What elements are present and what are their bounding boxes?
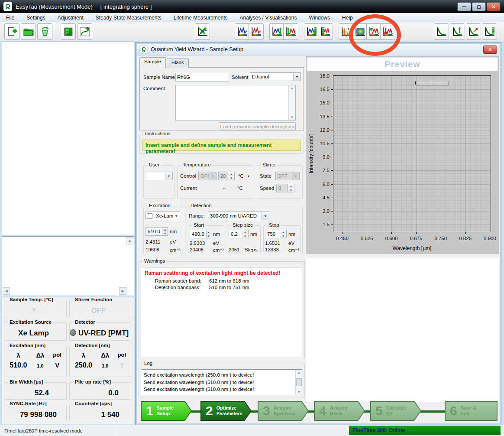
temperature-control-select[interactable]: OFF▼ — [198, 172, 216, 180]
excitation-wavelength-spinner[interactable]: 510.0 ▲▼ — [145, 227, 168, 236]
new-document-icon[interactable] — [4, 23, 19, 40]
emission-spectrum-scan-icon[interactable] — [283, 23, 298, 40]
spin-up-icon[interactable]: ▲ — [242, 230, 248, 234]
svg-text:Φ: Φ — [370, 27, 373, 32]
menu-lifetime[interactable]: Lifetime Measurements — [168, 14, 234, 22]
2d-map-icon[interactable] — [352, 23, 368, 40]
window-title: EasyTau (Measurement Mode) — [16, 3, 93, 10]
close-button[interactable]: ✕ — [487, 2, 501, 11]
delete-icon[interactable] — [37, 23, 52, 40]
excitation-source-value: Xe Lamp — [4, 329, 63, 338]
menu-steady-state[interactable]: Steady-State Measurements — [90, 14, 168, 22]
detection-stop-groupbox: Stop 750 ▲▼ nm 1.6531 eV 13333 cm⁻¹ — [263, 225, 300, 253]
scroll-down-icon[interactable]: ▼ — [291, 115, 294, 119]
quantum-yield-wizard-icon[interactable]: Φ — [366, 23, 381, 40]
excitation-source-select[interactable]: Xe-Lamp▼ — [145, 211, 180, 220]
stirrer-state-select[interactable]: OFF▼ — [275, 172, 300, 180]
toolbar: t Φ — [0, 22, 504, 41]
chevron-down-icon: ▼ — [293, 73, 300, 81]
temperature-unit-select[interactable]: °C▼ — [236, 172, 252, 180]
spin-up-icon[interactable]: ▲ — [288, 184, 294, 188]
load-previous-sample-button[interactable]: Load previous sample description — [219, 122, 296, 131]
excitation-wavenumber: 19608 — [145, 247, 159, 252]
menu-windows[interactable]: Windows — [303, 14, 336, 22]
detector-value: UV-RED [PMT] — [78, 329, 129, 337]
log-text-area[interactable]: Send excitation wavelength (250.0 nm ) t… — [141, 369, 303, 395]
spin-down-icon[interactable]: ▼ — [242, 234, 248, 238]
detection-range-select[interactable]: 300-900 nm UV-RED▼ — [208, 211, 269, 220]
solvent-select[interactable]: Ethanol▼ — [250, 72, 301, 81]
detection-pol: ? — [115, 362, 129, 369]
scroll-up-icon[interactable]: ▲ — [291, 86, 294, 90]
spin-down-icon[interactable]: ▼ — [162, 231, 168, 235]
scroll-up-icon[interactable]: ▲ — [297, 371, 301, 374]
sample-name-input[interactable] — [175, 73, 229, 81]
detection-delta: 1.0 — [96, 363, 115, 369]
spin-down-icon[interactable]: ▼ — [228, 176, 234, 180]
emission-spectrum-icon[interactable] — [249, 23, 264, 40]
minimize-button[interactable]: — — [457, 2, 471, 11]
scroll-down-icon[interactable]: ▼ — [297, 390, 301, 394]
edit-curve-icon[interactable] — [77, 23, 92, 40]
excitation-source-panel: Excitation Source Xe Lamp — [4, 322, 67, 341]
stirrer-speed-spinner[interactable]: 0 ▲▼ — [276, 184, 294, 192]
spin-up-icon[interactable]: ▲ — [162, 228, 168, 231]
decay-series-icon[interactable] — [482, 23, 497, 40]
scroll-right-icon[interactable]: ▶ — [119, 287, 126, 295]
detail-list-panel[interactable]: ▲ ◀ ▶ — [2, 236, 134, 296]
excitation-spectrum-icon[interactable] — [235, 23, 250, 40]
spin-down-icon[interactable]: ▼ — [288, 188, 294, 192]
detection-start-spinner[interactable]: 490.0 ▲▼ — [190, 230, 211, 238]
excitation-source-checkbox[interactable] — [147, 213, 152, 219]
tab-sample[interactable]: Sample — [139, 57, 166, 68]
scroll-left-icon[interactable]: ◀ — [3, 287, 10, 295]
tcspc-histogram-icon[interactable]: t — [339, 23, 354, 40]
menu-settings[interactable]: Settings — [20, 14, 51, 22]
step-2-optimize-parameters[interactable]: 2 OptimizeParameters — [200, 401, 252, 421]
decay-icon[interactable] — [434, 23, 449, 40]
chevron-down-icon: ▼ — [292, 172, 299, 180]
emission-spectrum-series-icon[interactable] — [318, 23, 333, 40]
excitation-spectrum-series-icon[interactable] — [304, 23, 319, 40]
menu-file[interactable]: File — [0, 14, 20, 22]
detection-stop-spinner[interactable]: 750 ▲▼ — [265, 230, 287, 238]
wizard-close-button[interactable]: ✕ — [483, 46, 497, 54]
comment-textarea[interactable]: ▲▼ — [175, 85, 296, 120]
spin-up-icon[interactable]: ▲ — [280, 230, 286, 234]
scroll-thumb[interactable] — [296, 378, 302, 386]
dock-panel-icon[interactable] — [61, 23, 76, 40]
scroll-up-icon[interactable]: ▲ — [126, 237, 133, 244]
spin-down-icon[interactable]: ▼ — [207, 234, 211, 238]
sample-setup-form: Sample Blank Sample Name Solvent Ethanol… — [139, 55, 306, 426]
anisotropy-decay-icon[interactable] — [466, 23, 481, 40]
decay-scan-icon[interactable] — [450, 23, 465, 40]
temperature-setpoint-spinner[interactable]: 20 ▲▼ — [218, 172, 235, 180]
excitation-spectrum-scan-icon[interactable] — [269, 23, 284, 40]
app-logo-icon — [3, 2, 12, 11]
menu-analyses[interactable]: Analyses / Visualisations — [234, 14, 303, 22]
stirrer-groupbox: Stirrer State OFF▼ Speed 0 ▲▼ — [257, 165, 303, 199]
tab-blank[interactable]: Blank — [167, 58, 189, 68]
spin-up-icon[interactable]: ▲ — [207, 230, 211, 234]
user-select[interactable]: ▼ — [146, 172, 173, 180]
measurement-list-panel[interactable] — [2, 42, 134, 235]
adjustment-tools-icon[interactable] — [195, 23, 210, 40]
open-folder-icon[interactable] — [21, 23, 36, 40]
log-line: Send excitation wavelength (250.0 nm ) t… — [144, 371, 294, 379]
detection-step-spinner[interactable]: 0.2 ▲▼ — [229, 230, 249, 238]
menu-adjustment[interactable]: Adjustment — [52, 14, 90, 22]
sync-rate-value: 79 998 080 — [20, 410, 57, 419]
bin-width-panel: Bin Width [µs] 52.4 — [4, 382, 67, 400]
maximize-button[interactable]: ▢ — [472, 2, 486, 11]
bin-width-value: 52.4 — [35, 389, 49, 397]
temperature-scan-icon[interactable] — [380, 23, 395, 40]
spin-up-icon[interactable]: ▲ — [228, 172, 234, 176]
detection-lambda: 250.0 — [71, 361, 96, 369]
menu-help[interactable]: Help — [336, 14, 359, 22]
chevron-down-icon: ▼ — [262, 212, 269, 220]
connection-status: FluoTime 300: Online — [349, 426, 501, 435]
log-scrollbar[interactable]: ▲ ▼ — [295, 370, 302, 395]
step-6-save-exit: 6 Save &Exit — [445, 401, 498, 421]
spin-down-icon[interactable]: ▼ — [280, 234, 286, 238]
step-1-sample-setup[interactable]: 1 SampleSetup — [141, 401, 192, 421]
